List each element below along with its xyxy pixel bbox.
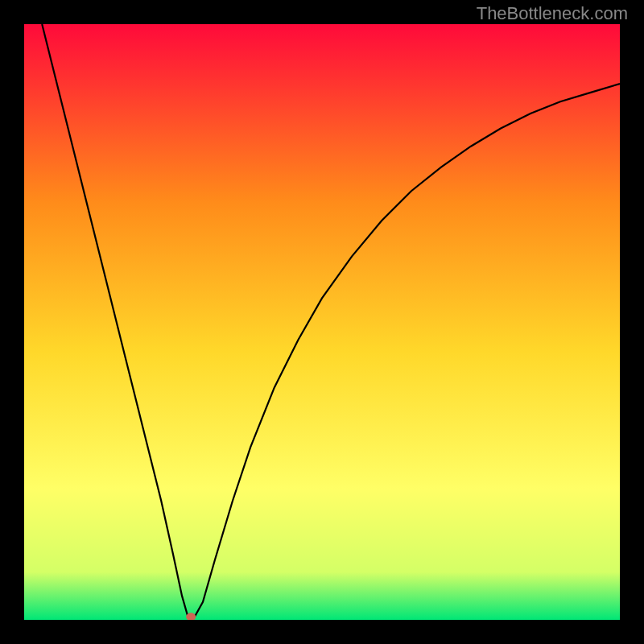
chart-svg <box>24 24 620 620</box>
watermark-text: TheBottleneck.com <box>477 3 628 24</box>
chart-plot-area <box>24 24 620 620</box>
